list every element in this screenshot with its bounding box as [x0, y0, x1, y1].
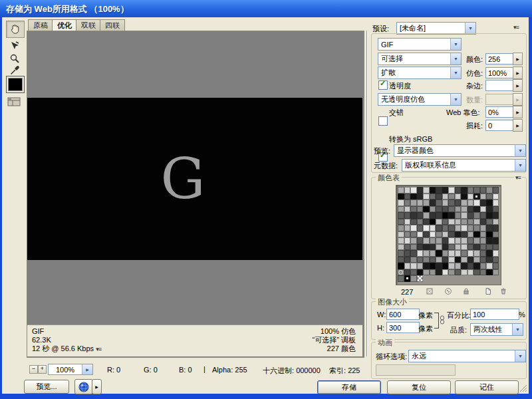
color-swatch[interactable] [404, 194, 411, 200]
color-swatch[interactable] [404, 237, 411, 244]
color-swatch[interactable] [430, 257, 436, 263]
color-swatch[interactable] [417, 212, 424, 219]
color-swatch[interactable] [410, 263, 417, 269]
color-swatch[interactable] [417, 269, 424, 276]
color-swatch[interactable] [448, 200, 455, 206]
width-field[interactable]: 600 [386, 309, 420, 320]
color-swatch[interactable] [467, 231, 474, 238]
color-swatch[interactable] [467, 244, 474, 251]
color-swatch[interactable] [436, 200, 442, 206]
color-swatch[interactable] [467, 225, 474, 231]
web-snap-spinner[interactable]: ▶ [513, 106, 523, 118]
color-swatch[interactable] [404, 187, 411, 194]
dither-field[interactable]: 100% [485, 67, 516, 78]
color-swatch[interactable] [442, 237, 449, 244]
color-swatch[interactable] [455, 194, 462, 200]
transparency-dither-select[interactable]: 无透明度仿色 ▼ [378, 93, 462, 106]
color-swatch[interactable] [417, 200, 424, 206]
color-swatch[interactable] [486, 269, 493, 276]
color-swatch[interactable] [404, 244, 411, 251]
color-swatch[interactable] [473, 194, 480, 200]
color-swatch[interactable] [480, 257, 487, 263]
color-swatch[interactable] [493, 244, 499, 251]
dither-spinner[interactable]: ▶ [513, 66, 523, 79]
color-swatch[interactable] [493, 250, 499, 257]
lossy-field[interactable]: 0 [485, 120, 516, 131]
color-swatch[interactable] [404, 269, 411, 276]
optimized-image[interactable]: G [27, 98, 362, 260]
color-swatch[interactable] [398, 200, 404, 206]
color-swatch[interactable] [430, 263, 436, 269]
color-swatch[interactable] [473, 244, 480, 251]
color-swatch[interactable] [404, 275, 411, 282]
color-swatch[interactable] [480, 250, 487, 257]
color-swatch[interactable] [455, 263, 462, 269]
tab-original[interactable]: 原稿 [28, 19, 53, 31]
color-swatch[interactable] [417, 275, 424, 282]
color-swatch[interactable] [480, 263, 487, 269]
tab-four-up[interactable]: 四联 [100, 19, 125, 31]
color-swatch[interactable] [404, 219, 411, 225]
color-swatch[interactable] [461, 257, 467, 263]
color-swatch[interactable] [430, 187, 436, 194]
tab-two-up[interactable]: 双联 [76, 19, 101, 31]
color-swatch[interactable] [417, 225, 424, 231]
color-swatch[interactable] [430, 206, 436, 213]
color-swatch[interactable] [461, 250, 467, 257]
color-swatch[interactable] [455, 212, 462, 219]
color-swatch[interactable] [448, 212, 455, 219]
color-swatch[interactable] [493, 225, 499, 231]
matte-field[interactable] [485, 80, 516, 91]
color-swatch[interactable] [423, 194, 430, 200]
color-swatch[interactable] [398, 225, 404, 231]
title-bar[interactable]: 存储为 Web所用格式 （100%） [0, 0, 532, 17]
colors-spinner[interactable]: ▶ [513, 53, 523, 65]
color-swatch[interactable] [423, 200, 430, 206]
preview-mode-select[interactable]: 显示器颜色 ▼ [394, 144, 526, 157]
color-swatch[interactable] [423, 212, 430, 219]
color-swatch[interactable] [410, 244, 417, 251]
color-swatch[interactable] [480, 244, 487, 251]
zoom-level-select[interactable]: 100% ▶ [48, 364, 93, 375]
color-swatch[interactable] [486, 257, 493, 263]
color-swatch[interactable] [448, 244, 455, 251]
color-swatch[interactable] [430, 231, 436, 238]
color-swatch[interactable] [398, 263, 404, 269]
color-swatch[interactable] [423, 257, 430, 263]
color-swatch[interactable] [430, 219, 436, 225]
color-swatch[interactable] [461, 200, 467, 206]
eyedropper-color-swatch[interactable] [6, 76, 25, 93]
zoom-out-button[interactable]: − [29, 365, 38, 374]
color-swatch[interactable] [480, 231, 487, 238]
color-swatch[interactable] [448, 219, 455, 225]
color-swatch[interactable] [448, 237, 455, 244]
color-swatch[interactable] [448, 257, 455, 263]
color-swatch[interactable] [404, 250, 411, 257]
color-swatch[interactable] [473, 250, 480, 257]
color-swatch[interactable] [410, 200, 417, 206]
color-swatch[interactable] [473, 200, 480, 206]
color-swatch[interactable] [442, 200, 449, 206]
color-swatch[interactable] [436, 225, 442, 231]
color-swatch[interactable] [404, 225, 411, 231]
color-swatch[interactable] [442, 250, 449, 257]
color-swatch[interactable] [398, 237, 404, 244]
color-swatch[interactable] [448, 206, 455, 213]
color-swatch[interactable] [417, 257, 424, 263]
color-swatch[interactable] [461, 231, 467, 238]
color-swatch[interactable] [461, 187, 467, 194]
color-table-menu-icon[interactable]: ▾≡ [514, 174, 522, 181]
color-swatch[interactable] [480, 200, 487, 206]
color-swatch[interactable] [423, 244, 430, 251]
color-swatch[interactable] [442, 212, 449, 219]
color-swatch[interactable] [436, 250, 442, 257]
color-swatch[interactable] [423, 219, 430, 225]
zoom-in-button[interactable]: + [38, 365, 47, 374]
color-swatch[interactable] [455, 225, 462, 231]
color-swatch[interactable] [442, 244, 449, 251]
color-swatch[interactable] [461, 194, 467, 200]
color-swatch[interactable] [410, 194, 417, 200]
color-swatch[interactable] [423, 231, 430, 238]
color-swatch[interactable] [436, 219, 442, 225]
color-swatch[interactable] [430, 269, 436, 276]
